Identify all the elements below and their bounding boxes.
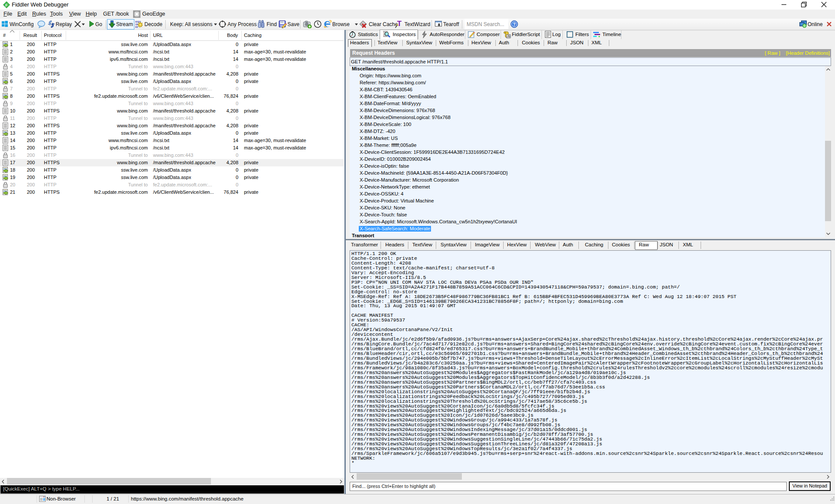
svg-text:F: F — [5, 3, 8, 7]
svg-text:JS: JS — [507, 35, 511, 38]
svg-text:?: ? — [513, 22, 515, 27]
svg-text:01: 01 — [135, 26, 138, 28]
